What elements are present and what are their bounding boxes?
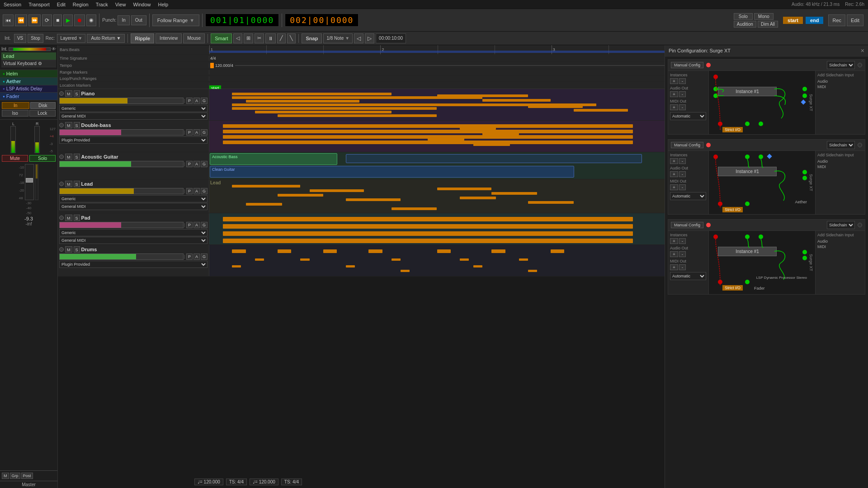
auto-select-1[interactable]: Automatic xyxy=(670,112,706,120)
conn-green-top2-2[interactable] xyxy=(759,155,763,159)
auto-return-btn[interactable]: Auto Return ▼ xyxy=(87,34,125,43)
disk-btn[interactable]: Disk xyxy=(30,102,56,109)
tool-4[interactable]: ⏸ xyxy=(265,33,276,43)
guitar-s-btn[interactable]: S xyxy=(74,154,80,160)
lsp-label[interactable]: ● LSP Artistic Delay xyxy=(0,85,57,93)
solo-btn-sb[interactable]: Solo xyxy=(29,155,56,162)
prev-btn[interactable]: ⏪ xyxy=(15,14,27,26)
drums-g-btn[interactable]: G xyxy=(201,253,208,260)
lead-p-btn[interactable]: P xyxy=(186,188,193,194)
sidechain-select-1[interactable]: Sidechain xyxy=(827,61,855,69)
auto-select-3[interactable]: Automatic xyxy=(670,272,706,280)
midi-plus-3[interactable]: + xyxy=(670,264,678,270)
pad-plugin1-select[interactable]: Generic xyxy=(59,229,208,236)
lead-s-btn[interactable]: S xyxy=(74,181,80,187)
clean-guitar-clip[interactable]: Clean Guitar xyxy=(210,166,574,178)
menu-session[interactable]: Session xyxy=(4,2,21,7)
audio-minus-2[interactable]: - xyxy=(679,171,686,177)
pad-p-btn[interactable]: P xyxy=(186,222,193,228)
menu-window[interactable]: Window xyxy=(133,2,151,7)
conn-green-mid2-1[interactable] xyxy=(713,94,718,98)
mono-btn[interactable]: Mono xyxy=(754,13,774,20)
lead-g-btn[interactable]: G xyxy=(201,188,208,194)
pad-g-btn[interactable]: G xyxy=(201,222,208,228)
conn-green-out-2[interactable] xyxy=(802,170,807,174)
grp-btn[interactable]: Grp xyxy=(10,473,20,479)
piano-s-btn[interactable]: S xyxy=(74,90,80,97)
conn-red-bot-1[interactable] xyxy=(718,122,722,126)
sidechain-select-3[interactable]: Sidechain xyxy=(827,221,855,229)
conn-green-mid-1[interactable] xyxy=(713,87,718,91)
pad-m-btn[interactable]: M xyxy=(65,215,72,221)
pad-a-btn[interactable]: A xyxy=(193,222,200,228)
conn-blue-out-1[interactable] xyxy=(801,99,806,104)
audio-minus-1[interactable]: - xyxy=(679,91,686,97)
conn-green-out2-2[interactable] xyxy=(802,176,807,180)
bass-plugin1-select[interactable]: Plugin Provided xyxy=(59,136,208,144)
rewind-btn[interactable]: ⏮ xyxy=(3,14,14,26)
virtual-keyboard[interactable]: Virtual Keyboard ⚙ xyxy=(1,60,56,67)
pin-config-close[interactable]: × xyxy=(861,47,864,54)
mute-btn-sb[interactable]: Mute xyxy=(2,155,28,162)
tool-2[interactable]: ⊞ xyxy=(244,33,253,43)
drums-plugin1-select[interactable]: Plugin Provided xyxy=(59,261,208,268)
piano-p-btn[interactable]: P xyxy=(186,98,193,104)
helm-label[interactable]: ● Helm xyxy=(0,70,57,78)
menu-edit[interactable]: Edit xyxy=(57,2,66,7)
dim-all-btn[interactable]: Dim All xyxy=(758,21,778,28)
conn-green-top-3[interactable] xyxy=(745,235,750,239)
ripple-btn[interactable]: Ripple xyxy=(131,33,154,43)
mouse-btn[interactable]: Mouse xyxy=(183,33,205,43)
menu-help[interactable]: Help xyxy=(158,2,169,7)
conn-green-out2-1[interactable] xyxy=(802,94,807,98)
drums-fader[interactable] xyxy=(59,253,184,260)
guitar-a-btn[interactable]: A xyxy=(193,161,200,167)
audition-btn[interactable]: Audition xyxy=(734,21,756,28)
midi-plus-1[interactable]: + xyxy=(670,104,678,110)
play-btn[interactable]: ▶ xyxy=(63,14,73,26)
tool-1[interactable]: ◁ xyxy=(233,33,242,43)
audio-plus-2[interactable]: + xyxy=(670,171,678,177)
lead-plugin1-select[interactable]: Generic xyxy=(59,195,208,202)
conn-green-bot-2[interactable] xyxy=(745,202,750,206)
next-btn[interactable]: ⏩ xyxy=(28,14,41,26)
midi-plus-2[interactable]: + xyxy=(670,184,678,190)
m-btn[interactable]: M xyxy=(2,473,9,479)
conn-red-bot-2[interactable] xyxy=(718,202,722,206)
inst-minus-2[interactable]: - xyxy=(679,158,686,164)
fader-thumb-sb[interactable] xyxy=(26,178,33,183)
smart-btn[interactable]: Smart xyxy=(211,33,232,43)
guitar-fader[interactable] xyxy=(59,161,184,167)
conn-green-out-3[interactable] xyxy=(802,250,807,254)
audio-plus-1[interactable]: + xyxy=(670,91,678,97)
sidechain-select-2[interactable]: Sidechain xyxy=(827,141,855,149)
guitar-m-btn[interactable]: M xyxy=(65,154,72,160)
piano-plugin2-select[interactable]: General MIDI xyxy=(59,113,208,120)
conn-green-bot-1[interactable] xyxy=(745,122,750,126)
punch-in-btn[interactable]: In xyxy=(118,15,129,25)
piano-g-btn[interactable]: G xyxy=(201,98,208,104)
edit-btn[interactable]: Edit xyxy=(847,14,863,26)
audio-plus-3[interactable]: + xyxy=(670,251,678,257)
rec-end-btn[interactable]: Rec xyxy=(828,14,845,26)
inst-minus-3[interactable]: - xyxy=(679,238,686,244)
lead-track-label[interactable]: Lead xyxy=(1,52,56,60)
bass-a-btn[interactable]: A xyxy=(193,129,200,136)
drums-m-btn[interactable]: M xyxy=(65,246,72,253)
menu-region[interactable]: Region xyxy=(73,2,89,7)
stop-btn-tb2[interactable]: Stop xyxy=(28,34,43,43)
next-marker-btn[interactable]: ▷ xyxy=(365,33,374,43)
piano-m-btn[interactable]: M xyxy=(65,90,72,97)
menu-view[interactable]: View xyxy=(115,2,126,7)
menu-track[interactable]: Track xyxy=(96,2,108,7)
inst-plus-3[interactable]: + xyxy=(670,238,678,244)
loop-btn[interactable]: ⟳ xyxy=(42,14,52,26)
iso-btn[interactable]: Iso xyxy=(2,110,28,117)
drums-s-btn[interactable]: S xyxy=(74,246,80,253)
menu-transport[interactable]: Transport xyxy=(28,2,50,7)
conn-green-bot-3[interactable] xyxy=(745,280,750,284)
lock-btn[interactable]: Lock xyxy=(29,110,56,117)
manual-config-1-btn[interactable]: Manual Config xyxy=(671,62,703,68)
guitar-p-btn[interactable]: P xyxy=(186,161,193,167)
piano-fader[interactable] xyxy=(59,98,184,104)
